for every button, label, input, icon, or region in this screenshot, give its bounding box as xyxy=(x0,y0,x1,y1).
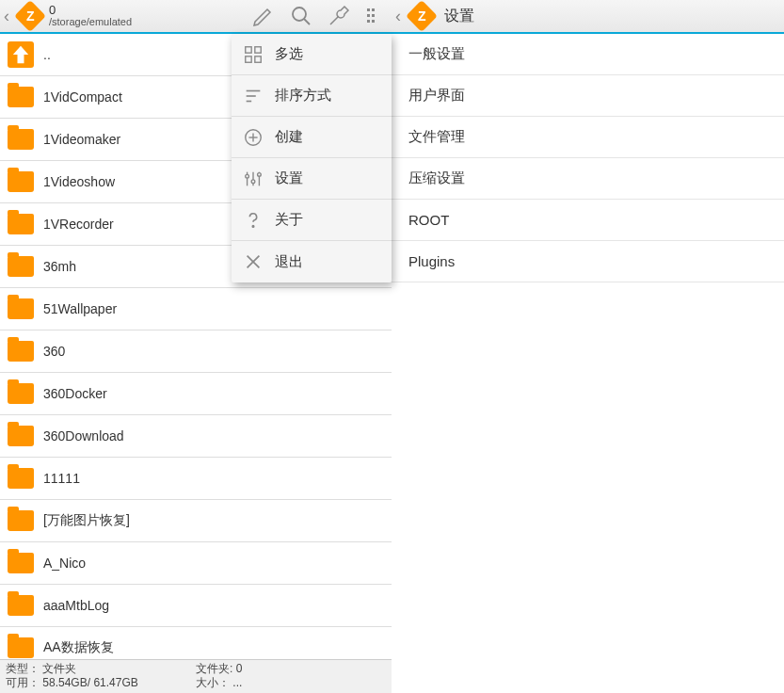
folder-row[interactable]: [万能图片恢复] xyxy=(0,500,392,542)
settings-item[interactable]: 文件管理 xyxy=(392,117,784,158)
dropdown-item-create[interactable]: 创建 xyxy=(232,117,392,158)
sort-icon xyxy=(243,86,264,106)
menu-icon[interactable] xyxy=(365,5,378,27)
settings-label: Plugins xyxy=(408,253,455,269)
svg-point-23 xyxy=(258,172,262,176)
wrench-icon[interactable] xyxy=(328,5,350,27)
edit-icon[interactable] xyxy=(252,5,275,27)
svg-point-19 xyxy=(246,174,249,178)
up-arrow-icon xyxy=(8,41,34,68)
folder-name: AA数据恢复 xyxy=(43,639,114,656)
svg-rect-6 xyxy=(367,20,370,23)
svg-rect-9 xyxy=(255,46,261,52)
folder-icon xyxy=(8,298,34,319)
svg-point-24 xyxy=(252,225,253,226)
dropdown-label: 多选 xyxy=(275,45,303,63)
folder-name: 360Download xyxy=(43,428,124,443)
app-logo-icon[interactable]: Z xyxy=(406,0,438,32)
svg-line-1 xyxy=(304,19,310,24)
folder-icon xyxy=(8,383,34,404)
svg-rect-8 xyxy=(246,46,251,52)
folder-name: 360 xyxy=(43,344,65,359)
settings-item[interactable]: Plugins xyxy=(392,241,784,282)
dropdown-label: 关于 xyxy=(275,211,303,229)
dropdown-item-help[interactable]: 关于 xyxy=(232,200,392,241)
right-header: ‹ Z 设置 xyxy=(392,0,784,34)
folder-icon xyxy=(8,553,34,573)
folder-icon xyxy=(8,256,34,277)
settings-item[interactable]: 用户界面 xyxy=(392,75,784,117)
folder-name: 1VRecorder xyxy=(43,217,114,232)
current-path: /storage/emulated xyxy=(49,16,252,28)
folder-row[interactable]: 360 xyxy=(0,330,392,373)
folder-icon xyxy=(8,595,34,616)
folder-name: 1Videomaker xyxy=(43,132,120,147)
app-logo-icon[interactable]: Z xyxy=(14,0,46,32)
settings-label: 用户界面 xyxy=(408,87,465,105)
folder-name: 51Wallpaper xyxy=(43,301,117,316)
folder-row[interactable]: 360Download xyxy=(0,415,392,458)
dropdown-item-grid[interactable]: 多选 xyxy=(232,34,392,75)
back-chevron-icon[interactable]: ‹ xyxy=(395,7,407,26)
settings-label: ROOT xyxy=(408,212,449,228)
folder-name: 36mh xyxy=(43,259,76,274)
folder-name: A_Nico xyxy=(43,556,86,571)
up-label: .. xyxy=(43,47,51,62)
folder-count: 0 xyxy=(49,4,252,16)
folder-name: 360Docker xyxy=(43,386,107,401)
folder-icon xyxy=(8,214,34,234)
options-dropdown: 多选 排序方式 创建 设置 关于 退出 xyxy=(232,34,392,282)
settings-label: 一般设置 xyxy=(408,45,465,63)
folder-name: [万能图片恢复] xyxy=(43,512,130,529)
svg-rect-4 xyxy=(367,14,370,17)
dropdown-label: 排序方式 xyxy=(275,87,331,105)
dropdown-label: 设置 xyxy=(275,169,303,187)
dropdown-item-exit[interactable]: 退出 xyxy=(232,241,392,282)
folder-icon xyxy=(8,341,34,362)
folder-icon xyxy=(8,426,34,446)
folder-name: 1VidCompact xyxy=(43,89,122,105)
help-icon xyxy=(243,210,264,231)
folder-icon xyxy=(8,129,34,150)
settings-item[interactable]: 一般设置 xyxy=(392,34,784,75)
path-info[interactable]: 0 /storage/emulated xyxy=(45,4,252,28)
folder-name: 1Videoshow xyxy=(43,174,115,189)
svg-rect-2 xyxy=(367,8,370,11)
folder-name: 11111 xyxy=(43,471,80,486)
folder-row[interactable]: 360Docker xyxy=(0,373,392,415)
dropdown-item-settings[interactable]: 设置 xyxy=(232,158,392,200)
svg-rect-10 xyxy=(246,56,251,61)
svg-point-21 xyxy=(251,179,255,183)
svg-rect-11 xyxy=(255,56,261,61)
settings-label: 压缩设置 xyxy=(408,169,465,187)
settings-icon xyxy=(243,169,264,189)
svg-rect-3 xyxy=(372,8,375,11)
folder-row[interactable]: aaaMtbLog xyxy=(0,585,392,627)
grid-icon xyxy=(243,44,264,65)
settings-item[interactable]: 压缩设置 xyxy=(392,158,784,200)
folder-icon xyxy=(8,637,34,658)
folder-icon xyxy=(8,171,34,192)
settings-label: 文件管理 xyxy=(408,128,465,146)
folder-row[interactable]: A_Nico xyxy=(0,542,392,585)
folder-icon xyxy=(8,468,34,489)
create-icon xyxy=(243,127,264,148)
dropdown-label: 退出 xyxy=(275,253,303,271)
folder-icon xyxy=(8,87,34,107)
status-bar: 类型： 文件夹 可用： 58.54GB/ 61.47GB 文件夹: 0 大小： … xyxy=(0,659,392,693)
settings-item[interactable]: ROOT xyxy=(392,200,784,241)
back-chevron-icon[interactable]: ‹ xyxy=(4,7,15,26)
dropdown-label: 创建 xyxy=(275,128,303,146)
folder-row[interactable]: 51Wallpaper xyxy=(0,288,392,330)
settings-title: 设置 xyxy=(437,7,474,26)
svg-point-0 xyxy=(293,8,306,21)
folder-row[interactable]: AA数据恢复 xyxy=(0,627,392,659)
search-icon[interactable] xyxy=(290,5,312,27)
dropdown-item-sort[interactable]: 排序方式 xyxy=(232,75,392,117)
settings-list: 一般设置用户界面文件管理压缩设置ROOTPlugins xyxy=(392,34,784,282)
folder-name: aaaMtbLog xyxy=(43,598,109,613)
svg-rect-7 xyxy=(372,20,375,23)
exit-icon xyxy=(243,251,264,272)
svg-rect-5 xyxy=(372,14,375,17)
folder-row[interactable]: 11111 xyxy=(0,458,392,500)
